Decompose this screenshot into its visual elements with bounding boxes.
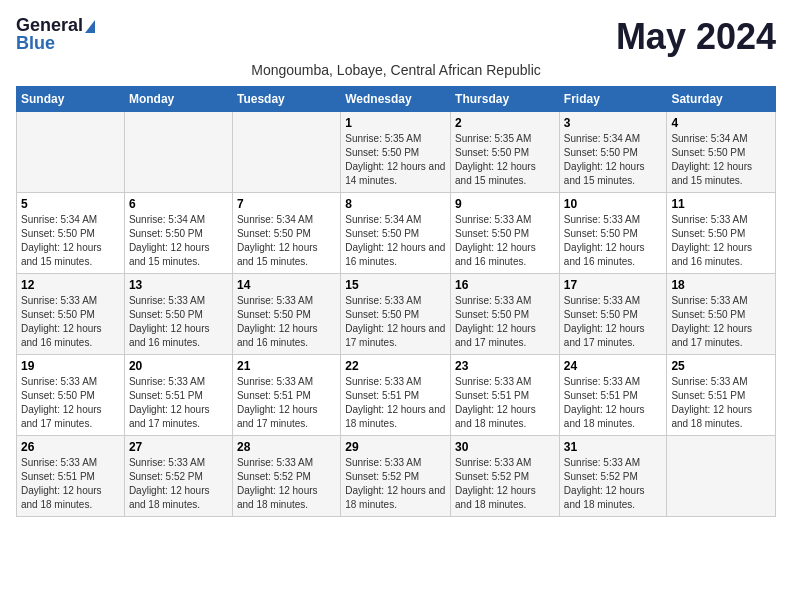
calendar-cell: 15Sunrise: 5:33 AMSunset: 5:50 PMDayligh… <box>341 274 451 355</box>
calendar-cell: 20Sunrise: 5:33 AMSunset: 5:51 PMDayligh… <box>124 355 232 436</box>
calendar-cell: 18Sunrise: 5:33 AMSunset: 5:50 PMDayligh… <box>667 274 776 355</box>
calendar-cell <box>17 112 125 193</box>
calendar-cell: 23Sunrise: 5:33 AMSunset: 5:51 PMDayligh… <box>451 355 560 436</box>
day-number: 11 <box>671 197 771 211</box>
calendar-week-row: 1Sunrise: 5:35 AMSunset: 5:50 PMDaylight… <box>17 112 776 193</box>
day-info: Sunrise: 5:33 AMSunset: 5:52 PMDaylight:… <box>129 456 228 512</box>
calendar-cell: 3Sunrise: 5:34 AMSunset: 5:50 PMDaylight… <box>559 112 667 193</box>
day-number: 7 <box>237 197 336 211</box>
day-info: Sunrise: 5:33 AMSunset: 5:50 PMDaylight:… <box>564 294 663 350</box>
day-info: Sunrise: 5:33 AMSunset: 5:51 PMDaylight:… <box>237 375 336 431</box>
day-info: Sunrise: 5:35 AMSunset: 5:50 PMDaylight:… <box>345 132 446 188</box>
page-header: General Blue May 2024 <box>16 16 776 58</box>
day-info: Sunrise: 5:34 AMSunset: 5:50 PMDaylight:… <box>671 132 771 188</box>
day-number: 21 <box>237 359 336 373</box>
calendar-cell: 17Sunrise: 5:33 AMSunset: 5:50 PMDayligh… <box>559 274 667 355</box>
calendar-cell: 25Sunrise: 5:33 AMSunset: 5:51 PMDayligh… <box>667 355 776 436</box>
calendar-cell: 14Sunrise: 5:33 AMSunset: 5:50 PMDayligh… <box>232 274 340 355</box>
calendar-table: SundayMondayTuesdayWednesdayThursdayFrid… <box>16 86 776 517</box>
calendar-cell: 22Sunrise: 5:33 AMSunset: 5:51 PMDayligh… <box>341 355 451 436</box>
logo-blue-text: Blue <box>16 34 95 52</box>
calendar-header-row: SundayMondayTuesdayWednesdayThursdayFrid… <box>17 87 776 112</box>
day-info: Sunrise: 5:34 AMSunset: 5:50 PMDaylight:… <box>129 213 228 269</box>
calendar-cell: 16Sunrise: 5:33 AMSunset: 5:50 PMDayligh… <box>451 274 560 355</box>
calendar-cell: 12Sunrise: 5:33 AMSunset: 5:50 PMDayligh… <box>17 274 125 355</box>
day-number: 22 <box>345 359 446 373</box>
day-number: 23 <box>455 359 555 373</box>
weekday-header: Friday <box>559 87 667 112</box>
calendar-cell: 9Sunrise: 5:33 AMSunset: 5:50 PMDaylight… <box>451 193 560 274</box>
weekday-header: Tuesday <box>232 87 340 112</box>
logo-triangle-icon <box>85 20 95 33</box>
day-number: 17 <box>564 278 663 292</box>
day-info: Sunrise: 5:34 AMSunset: 5:50 PMDaylight:… <box>345 213 446 269</box>
logo-general: General <box>16 16 95 34</box>
day-number: 2 <box>455 116 555 130</box>
day-info: Sunrise: 5:33 AMSunset: 5:51 PMDaylight:… <box>564 375 663 431</box>
calendar-week-row: 12Sunrise: 5:33 AMSunset: 5:50 PMDayligh… <box>17 274 776 355</box>
calendar-cell: 13Sunrise: 5:33 AMSunset: 5:50 PMDayligh… <box>124 274 232 355</box>
day-info: Sunrise: 5:33 AMSunset: 5:50 PMDaylight:… <box>671 213 771 269</box>
day-info: Sunrise: 5:34 AMSunset: 5:50 PMDaylight:… <box>237 213 336 269</box>
day-number: 4 <box>671 116 771 130</box>
month-title: May 2024 <box>616 16 776 58</box>
day-info: Sunrise: 5:33 AMSunset: 5:51 PMDaylight:… <box>345 375 446 431</box>
day-number: 6 <box>129 197 228 211</box>
day-info: Sunrise: 5:33 AMSunset: 5:52 PMDaylight:… <box>345 456 446 512</box>
weekday-header: Wednesday <box>341 87 451 112</box>
day-number: 27 <box>129 440 228 454</box>
day-info: Sunrise: 5:33 AMSunset: 5:51 PMDaylight:… <box>21 456 120 512</box>
calendar-cell: 26Sunrise: 5:33 AMSunset: 5:51 PMDayligh… <box>17 436 125 517</box>
day-number: 29 <box>345 440 446 454</box>
day-number: 5 <box>21 197 120 211</box>
calendar-cell: 29Sunrise: 5:33 AMSunset: 5:52 PMDayligh… <box>341 436 451 517</box>
calendar-cell: 24Sunrise: 5:33 AMSunset: 5:51 PMDayligh… <box>559 355 667 436</box>
weekday-header: Thursday <box>451 87 560 112</box>
day-number: 12 <box>21 278 120 292</box>
calendar-subtitle: Mongoumba, Lobaye, Central African Repub… <box>16 62 776 78</box>
day-number: 18 <box>671 278 771 292</box>
calendar-cell: 31Sunrise: 5:33 AMSunset: 5:52 PMDayligh… <box>559 436 667 517</box>
calendar-cell: 7Sunrise: 5:34 AMSunset: 5:50 PMDaylight… <box>232 193 340 274</box>
day-info: Sunrise: 5:33 AMSunset: 5:50 PMDaylight:… <box>564 213 663 269</box>
day-number: 15 <box>345 278 446 292</box>
day-info: Sunrise: 5:33 AMSunset: 5:51 PMDaylight:… <box>671 375 771 431</box>
day-number: 14 <box>237 278 336 292</box>
day-number: 9 <box>455 197 555 211</box>
calendar-week-row: 26Sunrise: 5:33 AMSunset: 5:51 PMDayligh… <box>17 436 776 517</box>
calendar-cell: 27Sunrise: 5:33 AMSunset: 5:52 PMDayligh… <box>124 436 232 517</box>
day-number: 19 <box>21 359 120 373</box>
calendar-cell: 30Sunrise: 5:33 AMSunset: 5:52 PMDayligh… <box>451 436 560 517</box>
day-info: Sunrise: 5:33 AMSunset: 5:51 PMDaylight:… <box>455 375 555 431</box>
day-info: Sunrise: 5:33 AMSunset: 5:52 PMDaylight:… <box>237 456 336 512</box>
day-info: Sunrise: 5:33 AMSunset: 5:50 PMDaylight:… <box>455 213 555 269</box>
day-info: Sunrise: 5:33 AMSunset: 5:50 PMDaylight:… <box>345 294 446 350</box>
day-info: Sunrise: 5:33 AMSunset: 5:52 PMDaylight:… <box>564 456 663 512</box>
day-info: Sunrise: 5:34 AMSunset: 5:50 PMDaylight:… <box>564 132 663 188</box>
day-number: 28 <box>237 440 336 454</box>
calendar-cell <box>124 112 232 193</box>
day-info: Sunrise: 5:33 AMSunset: 5:50 PMDaylight:… <box>21 294 120 350</box>
day-number: 8 <box>345 197 446 211</box>
calendar-cell <box>232 112 340 193</box>
day-info: Sunrise: 5:33 AMSunset: 5:50 PMDaylight:… <box>671 294 771 350</box>
day-number: 30 <box>455 440 555 454</box>
day-number: 16 <box>455 278 555 292</box>
calendar-cell: 5Sunrise: 5:34 AMSunset: 5:50 PMDaylight… <box>17 193 125 274</box>
day-number: 25 <box>671 359 771 373</box>
day-number: 1 <box>345 116 446 130</box>
calendar-cell: 28Sunrise: 5:33 AMSunset: 5:52 PMDayligh… <box>232 436 340 517</box>
calendar-week-row: 19Sunrise: 5:33 AMSunset: 5:50 PMDayligh… <box>17 355 776 436</box>
calendar-cell: 8Sunrise: 5:34 AMSunset: 5:50 PMDaylight… <box>341 193 451 274</box>
day-info: Sunrise: 5:33 AMSunset: 5:50 PMDaylight:… <box>237 294 336 350</box>
calendar-cell: 10Sunrise: 5:33 AMSunset: 5:50 PMDayligh… <box>559 193 667 274</box>
weekday-header: Sunday <box>17 87 125 112</box>
calendar-cell: 2Sunrise: 5:35 AMSunset: 5:50 PMDaylight… <box>451 112 560 193</box>
day-info: Sunrise: 5:33 AMSunset: 5:52 PMDaylight:… <box>455 456 555 512</box>
day-info: Sunrise: 5:33 AMSunset: 5:50 PMDaylight:… <box>455 294 555 350</box>
day-number: 31 <box>564 440 663 454</box>
calendar-cell: 1Sunrise: 5:35 AMSunset: 5:50 PMDaylight… <box>341 112 451 193</box>
calendar-cell: 11Sunrise: 5:33 AMSunset: 5:50 PMDayligh… <box>667 193 776 274</box>
calendar-cell: 19Sunrise: 5:33 AMSunset: 5:50 PMDayligh… <box>17 355 125 436</box>
weekday-header: Monday <box>124 87 232 112</box>
